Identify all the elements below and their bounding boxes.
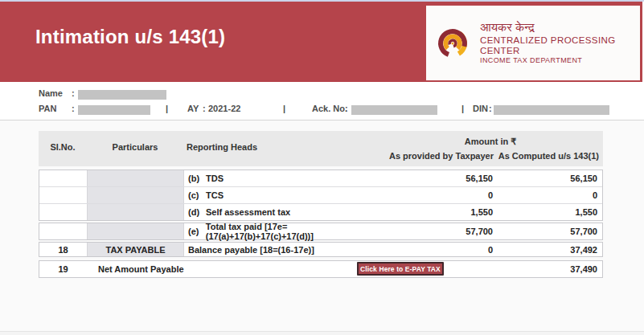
table-row: 18 TAX PAYABLE Balance payable [18=(16-1… <box>39 243 602 256</box>
row-head-label: TCS <box>206 190 224 200</box>
table-section-total-tax-paid: (e)Total tax paid [17e=(17(a)+17(b)+17(c… <box>39 223 603 240</box>
col-header-as-computed: As Computed u/s 143(1) <box>498 151 599 161</box>
cpc-swirl-icon <box>436 27 470 60</box>
window-bottom-edge <box>0 331 644 335</box>
redacted-pan-value <box>78 105 150 115</box>
table-row: (b)TDS 56,150 56,150 <box>39 170 602 186</box>
row-slno: 19 <box>39 261 87 277</box>
row-head-label: Balance payable [18=(16-17e)] <box>188 245 314 255</box>
row-head-label: Self assessment tax <box>206 207 290 217</box>
separator: | <box>461 104 464 113</box>
header-banner: Intimation u/s 143(1) आयकर केन्द्र CENTR… <box>0 2 642 82</box>
row-head-label: Total tax paid [17e=(17(a)+17(b)+17(c)+1… <box>206 222 393 241</box>
pan-colon: : <box>72 104 75 113</box>
redacted-din-value <box>494 105 609 115</box>
col-header-particulars: Particulars <box>87 142 183 152</box>
tax-computation-table: Sl.No. Particulars Reporting Heads Amoun… <box>39 131 603 278</box>
name-colon: : <box>72 88 75 98</box>
col-header-amount-group: Amount in ₹ <box>394 137 587 147</box>
separator: | <box>283 104 285 113</box>
ay-colon: : <box>203 104 206 113</box>
table-section-taxes-paid: (b)TDS 56,150 56,150 (c)TCS 0 0 (d)Self … <box>39 170 603 221</box>
pan-label: PAN <box>39 104 56 113</box>
amount-as-provided: 57,700 <box>393 223 493 239</box>
row-slno: 18 <box>39 243 88 256</box>
table-section-net-amount-payable: 19 Net Amount Payable 37,490 Click Here … <box>39 260 603 278</box>
table-row: (d)Self assessment tax 1,550 1,550 <box>39 203 602 220</box>
amount-as-provided: 0 <box>393 187 493 203</box>
amount-as-computed: 57,700 <box>493 223 602 239</box>
amount-as-computed: 37,492 <box>493 243 602 256</box>
amount-as-provided: 1,550 <box>393 204 493 220</box>
cpc-logo-box: आयकर केन्द्र CENTRALIZED PROCESSING CENT… <box>426 6 640 80</box>
table-section-tax-payable: 18 TAX PAYABLE Balance payable [18=(16-1… <box>39 242 603 257</box>
row-code: (d) <box>188 207 206 217</box>
table-row: (c)TCS 0 0 <box>39 186 602 203</box>
row-code: (c) <box>188 190 206 200</box>
table-row: (e)Total tax paid [17e=(17(a)+17(b)+17(c… <box>39 223 602 239</box>
ay-value: 2021-22 <box>208 104 240 113</box>
ack-no-label: Ack. No. <box>312 104 347 113</box>
ay-label: AY <box>187 104 199 113</box>
amount-as-computed: 1,550 <box>493 204 602 220</box>
logo-hindi-text: आयकर केन्द्र <box>480 21 640 35</box>
redacted-name-value <box>78 90 166 100</box>
col-header-slno: Sl.No. <box>39 142 87 152</box>
col-header-as-provided: As provided by Taxpayer <box>389 151 494 161</box>
name-label: Name <box>39 88 63 98</box>
taxpayer-info-bar: Name : PAN : | AY : 2021-22 | Ack. No. :… <box>0 82 644 121</box>
logo-dept-name: INCOME TAX DEPARTMENT <box>480 57 640 65</box>
separator: | <box>166 104 168 113</box>
col-header-reporting-heads: Reporting Heads <box>187 142 257 152</box>
row-code: (b) <box>188 174 206 183</box>
table-row: 19 Net Amount Payable 37,490 Click Here … <box>39 261 602 277</box>
amount-as-provided: 56,150 <box>393 170 493 186</box>
row-particulars: Net Amount Payable <box>87 261 339 277</box>
amount-as-computed: 0 <box>493 187 602 203</box>
logo-center-name: CENTRALIZED PROCESSING CENTER <box>480 35 640 55</box>
row-code: (e) <box>188 227 206 236</box>
amount-as-provided: 0 <box>393 243 493 256</box>
amount-as-computed: 37,490 <box>493 261 602 277</box>
redacted-ack-no-value <box>351 105 437 115</box>
din-colon: : <box>489 104 492 113</box>
page-title: Intimation u/s 143(1) <box>35 26 225 48</box>
din-label: DIN <box>473 104 488 113</box>
amount-as-computed: 56,150 <box>493 170 602 186</box>
row-particulars: TAX PAYABLE <box>88 243 184 256</box>
epay-tax-button[interactable]: Click Here to E-PAY TAX <box>357 262 444 276</box>
row-head-label: TDS <box>206 174 224 183</box>
table-header: Sl.No. Particulars Reporting Heads Amoun… <box>39 131 603 166</box>
ack-colon: : <box>345 104 348 113</box>
